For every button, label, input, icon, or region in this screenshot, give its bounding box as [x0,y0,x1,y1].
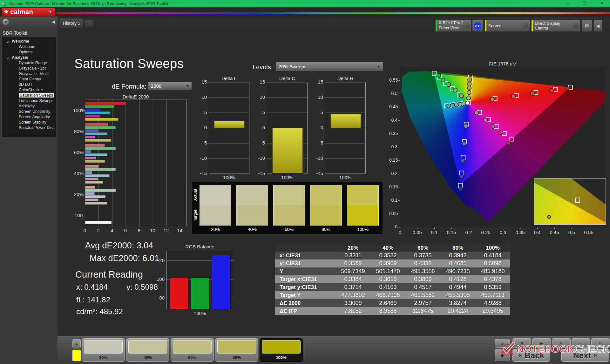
chevron-down-icon[interactable]: ▼ [572,23,579,29]
workflow-orb-button[interactable] [3,19,9,25]
cie-y-tickmark [398,187,400,187]
pattern-button-40%[interactable]: 40% [126,338,169,362]
sidebar-item-screen-angularity[interactable]: Screen Angularity [2,114,56,120]
table-row-label: Target y:CIE31 [275,284,336,291]
next-button[interactable]: Next» [561,349,609,362]
pattern-button-100%[interactable]: 100% [260,338,303,362]
tree-expander-icon[interactable]: ◢ [7,55,8,61]
table-value-cell: 490.7235 [440,268,475,275]
pattern-button-20%[interactable]: 20% [82,338,125,362]
sidebar-item-grayscale-2pt[interactable]: Grayscale - 2pt [2,66,56,71]
calman-menu-button[interactable]: ❖ calman ▼ [2,8,55,16]
cie-y-tickmark [398,80,400,81]
sidebar-item-label: Spectral Power Dist. [19,125,55,130]
pause-icon: ⏸ [560,340,562,346]
meter-count-badge[interactable]: 236 [473,22,482,30]
table-column-header: 20% [336,245,370,251]
sidebar-item-spectral-power-dist-[interactable]: Spectral Power Dist. [2,125,56,131]
display-control-dropdown[interactable]: Direct Display Control ▼ [531,20,580,32]
cie-y-tick: 0.15 [389,184,397,189]
sidebar-item-options[interactable]: Options [2,50,56,55]
sidebar-item-screen-uniformity[interactable]: Screen Uniformity [2,109,56,114]
table-value-cell: 461.5582 [405,292,440,299]
pattern-up-button[interactable]: ▲ [72,339,81,348]
sidebar-item-saturation-sweeps[interactable]: Saturation Sweeps [2,93,56,98]
delta_h-y-tick: 0 [311,125,323,130]
chevron-down-icon[interactable]: ▼ [522,23,528,29]
transport-flag-button[interactable]: ⚑ [512,338,531,348]
panel-collapse-button[interactable]: ◀ [593,20,602,32]
session-up-button[interactable]: ▲ [495,339,510,348]
source-label: Source [486,24,522,28]
pattern-label: 60% [171,355,214,360]
delta_h-y-tick: -10 [311,155,323,161]
transport-loop-button[interactable]: ∞ [572,338,590,348]
sidebar-item-screen-stability[interactable]: Screen Stability [2,120,56,125]
cie-x-tickmark [486,227,486,229]
back-button[interactable]: «Back [512,349,550,362]
table-value-cell: 477.3602 [336,292,370,299]
transport-play-button[interactable]: ▶ [532,338,551,348]
cie-x-tickmark [503,227,503,229]
transport-pause-button[interactable]: ⏸ [552,338,571,348]
cie-measured-white [466,101,470,105]
levels-label: Levels: [253,64,273,71]
flag-icon: ⚑ [520,341,524,346]
cie-measured-cyan [458,102,462,106]
sidebar-item-additivity[interactable]: Additivity [2,104,56,109]
cie-x-tick: 0.55 [582,230,595,235]
source-dropdown[interactable]: Source ▼ [485,20,530,32]
add-tab-button[interactable]: + [85,20,93,27]
delta_l-y-tick: 5 [195,110,207,115]
table-row: ΔE 20003.30092.64692.97573.82744.9288 [275,299,510,307]
minimize-button[interactable]: – [562,0,573,7]
tree-expander-icon[interactable]: ◢ [7,39,8,44]
restore-button[interactable]: ❐ [579,0,590,7]
table-value-cell: 450.7113 [475,292,510,299]
stop-button[interactable]: ■ [495,349,510,361]
sidebar-item-label: Welcome [12,39,29,44]
table-row-label: ΔE ITP [275,308,336,314]
cie-y-tick: 0.25 [389,158,397,163]
settings-button[interactable]: ⚙ [581,20,592,32]
sidebar-item-3d-lut[interactable]: 3D LUT [2,82,56,87]
sidebar-item-luminance-sweeps[interactable]: Luminance Sweeps [2,98,56,104]
delta_l-plot [209,82,249,173]
table-column-header: 60% [405,245,440,251]
tab-history-1[interactable]: History 1 [59,18,84,28]
pattern-label: 100% [260,355,302,360]
delta_l-y-tick: -15 [195,171,207,176]
sidebar-item-color-gamut[interactable]: Color Gamut [2,77,56,82]
levels-select[interactable]: 20% Sweeps▼ [276,62,383,71]
table-row-label: x: CIE31 [275,253,336,259]
cie-y-tickmark [398,147,400,147]
sidebar-item-dynamic-range[interactable]: Dynamic Range [2,60,56,66]
table-value-cell: 3.3009 [336,300,370,307]
table-value-cell: 509.7349 [336,268,370,275]
de-formula-select[interactable]: 2000▼ [148,82,192,90]
chevron-down-icon[interactable]: ▼ [464,23,470,29]
cie-x-tickmark [572,227,572,229]
sidebar-item-welcome[interactable]: ◢Welcome [2,39,56,44]
sidebar-item-analysis[interactable]: ◢Analysis [2,55,56,60]
deltae-x-tick: 8 [135,228,144,233]
sidebar-item-colorchecker[interactable]: ColorChecker [2,87,56,93]
cie-x-tick: 0.5 [565,230,578,235]
sidebar-item-label: Analysis [12,55,28,60]
cie-measured-green [447,83,451,87]
delta_h-y-tick: 5 [311,110,323,115]
pattern-button-80%[interactable]: 80% [215,338,258,362]
cie-x-tick: 0.45 [548,230,561,235]
cie-x-tick: 0.4 [531,230,544,235]
cie-measured-yellow [466,96,471,100]
sidebar-item-grayscale-multi[interactable]: Grayscale - Multi [2,71,56,77]
sidebar-item-welcome[interactable]: Welcome [2,44,56,50]
sidebar-collapse-icon[interactable]: ◀ [52,19,55,24]
meter-dropdown[interactable]: X-Rite i1Pro 2 Direct View ▼ [435,20,471,32]
cie-measured-blue [459,175,464,179]
chevron-down-icon[interactable]: ▼ [47,9,53,15]
close-button[interactable]: ✕ [597,0,607,7]
pattern-button-60%[interactable]: 60% [171,338,214,362]
transport-refresh-button[interactable]: ⟳ [591,338,610,348]
active-color-swatch[interactable] [72,350,81,361]
